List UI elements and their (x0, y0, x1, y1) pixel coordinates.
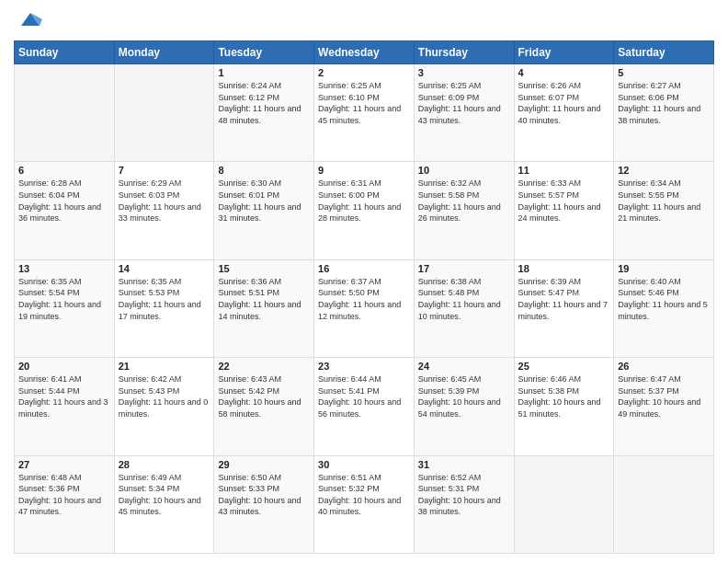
logo (14, 9, 44, 33)
weekday-header-thursday: Thursday (414, 41, 514, 64)
day-number: 25 (518, 361, 610, 372)
day-info: Sunrise: 6:37 AM Sunset: 5:50 PM Dayligh… (318, 276, 410, 322)
weekday-header-monday: Monday (114, 41, 214, 64)
calendar-cell (514, 455, 614, 553)
calendar-cell: 8Sunrise: 6:30 AM Sunset: 6:01 PM Daylig… (214, 162, 314, 259)
day-number: 19 (618, 263, 710, 274)
calendar-cell: 7Sunrise: 6:29 AM Sunset: 6:03 PM Daylig… (114, 162, 214, 259)
day-info: Sunrise: 6:40 AM Sunset: 5:46 PM Dayligh… (618, 276, 710, 322)
day-number: 14 (119, 263, 210, 274)
day-number: 21 (119, 361, 210, 372)
calendar-header-row: SundayMondayTuesdayWednesdayThursdayFrid… (15, 41, 714, 64)
day-info: Sunrise: 6:46 AM Sunset: 5:38 PM Dayligh… (518, 373, 610, 419)
day-number: 12 (618, 165, 710, 176)
day-number: 8 (218, 165, 310, 176)
calendar-cell: 23Sunrise: 6:44 AM Sunset: 5:41 PM Dayli… (314, 358, 415, 455)
day-info: Sunrise: 6:26 AM Sunset: 6:07 PM Dayligh… (518, 80, 610, 126)
day-info: Sunrise: 6:49 AM Sunset: 5:34 PM Dayligh… (119, 472, 210, 518)
day-info: Sunrise: 6:28 AM Sunset: 6:04 PM Dayligh… (18, 178, 110, 224)
day-info: Sunrise: 6:30 AM Sunset: 6:01 PM Dayligh… (218, 178, 310, 224)
day-number: 7 (119, 165, 210, 176)
day-number: 31 (418, 459, 510, 470)
logo-icon (17, 6, 44, 33)
day-info: Sunrise: 6:24 AM Sunset: 6:12 PM Dayligh… (218, 80, 310, 126)
calendar-table: SundayMondayTuesdayWednesdayThursdayFrid… (14, 40, 714, 554)
day-info: Sunrise: 6:42 AM Sunset: 5:43 PM Dayligh… (119, 373, 210, 419)
calendar-cell: 16Sunrise: 6:37 AM Sunset: 5:50 PM Dayli… (314, 259, 415, 357)
day-info: Sunrise: 6:25 AM Sunset: 6:10 PM Dayligh… (318, 80, 410, 126)
calendar-week-row: 20Sunrise: 6:41 AM Sunset: 5:44 PM Dayli… (15, 358, 714, 455)
calendar-cell: 18Sunrise: 6:39 AM Sunset: 5:47 PM Dayli… (514, 259, 614, 357)
day-info: Sunrise: 6:34 AM Sunset: 5:55 PM Dayligh… (618, 178, 710, 224)
calendar-cell: 24Sunrise: 6:45 AM Sunset: 5:39 PM Dayli… (414, 358, 514, 455)
calendar-cell: 25Sunrise: 6:46 AM Sunset: 5:38 PM Dayli… (514, 358, 614, 455)
calendar-cell: 29Sunrise: 6:50 AM Sunset: 5:33 PM Dayli… (214, 455, 314, 553)
day-number: 5 (618, 67, 710, 78)
calendar-cell: 13Sunrise: 6:35 AM Sunset: 5:54 PM Dayli… (15, 259, 115, 357)
day-number: 2 (318, 67, 410, 78)
day-number: 28 (119, 459, 210, 470)
day-number: 6 (18, 165, 110, 176)
day-info: Sunrise: 6:47 AM Sunset: 5:37 PM Dayligh… (618, 373, 710, 419)
day-info: Sunrise: 6:45 AM Sunset: 5:39 PM Dayligh… (418, 373, 510, 419)
calendar-cell: 28Sunrise: 6:49 AM Sunset: 5:34 PM Dayli… (114, 455, 214, 553)
day-info: Sunrise: 6:39 AM Sunset: 5:47 PM Dayligh… (518, 276, 610, 322)
day-number: 9 (318, 165, 410, 176)
calendar-cell: 26Sunrise: 6:47 AM Sunset: 5:37 PM Dayli… (614, 358, 714, 455)
day-number: 29 (218, 459, 310, 470)
day-info: Sunrise: 6:48 AM Sunset: 5:36 PM Dayligh… (18, 472, 110, 518)
calendar-cell: 12Sunrise: 6:34 AM Sunset: 5:55 PM Dayli… (614, 162, 714, 259)
day-number: 27 (18, 459, 110, 470)
weekday-header-wednesday: Wednesday (314, 41, 415, 64)
day-info: Sunrise: 6:43 AM Sunset: 5:42 PM Dayligh… (218, 373, 310, 419)
page: SundayMondayTuesdayWednesdayThursdayFrid… (0, 0, 728, 563)
day-number: 11 (518, 165, 610, 176)
calendar-cell: 21Sunrise: 6:42 AM Sunset: 5:43 PM Dayli… (114, 358, 214, 455)
calendar-week-row: 27Sunrise: 6:48 AM Sunset: 5:36 PM Dayli… (15, 455, 714, 553)
day-number: 16 (318, 263, 410, 274)
day-number: 10 (418, 165, 510, 176)
day-info: Sunrise: 6:36 AM Sunset: 5:51 PM Dayligh… (218, 276, 310, 322)
day-number: 1 (218, 67, 310, 78)
calendar-cell: 1Sunrise: 6:24 AM Sunset: 6:12 PM Daylig… (214, 64, 314, 162)
calendar-cell: 30Sunrise: 6:51 AM Sunset: 5:32 PM Dayli… (314, 455, 415, 553)
day-number: 23 (318, 361, 410, 372)
day-number: 24 (418, 361, 510, 372)
calendar-cell: 27Sunrise: 6:48 AM Sunset: 5:36 PM Dayli… (15, 455, 115, 553)
day-info: Sunrise: 6:52 AM Sunset: 5:31 PM Dayligh… (418, 472, 510, 518)
day-number: 26 (618, 361, 710, 372)
calendar-week-row: 13Sunrise: 6:35 AM Sunset: 5:54 PM Dayli… (15, 259, 714, 357)
calendar-cell: 3Sunrise: 6:25 AM Sunset: 6:09 PM Daylig… (414, 64, 514, 162)
day-number: 13 (18, 263, 110, 274)
calendar-cell: 2Sunrise: 6:25 AM Sunset: 6:10 PM Daylig… (314, 64, 415, 162)
calendar-cell: 15Sunrise: 6:36 AM Sunset: 5:51 PM Dayli… (214, 259, 314, 357)
day-info: Sunrise: 6:44 AM Sunset: 5:41 PM Dayligh… (318, 373, 410, 419)
day-info: Sunrise: 6:29 AM Sunset: 6:03 PM Dayligh… (119, 178, 210, 224)
calendar-cell (614, 455, 714, 553)
calendar-cell: 31Sunrise: 6:52 AM Sunset: 5:31 PM Dayli… (414, 455, 514, 553)
calendar-cell: 10Sunrise: 6:32 AM Sunset: 5:58 PM Dayli… (414, 162, 514, 259)
calendar-cell: 4Sunrise: 6:26 AM Sunset: 6:07 PM Daylig… (514, 64, 614, 162)
calendar-cell: 5Sunrise: 6:27 AM Sunset: 6:06 PM Daylig… (614, 64, 714, 162)
calendar-cell (15, 64, 115, 162)
header (14, 9, 714, 33)
day-number: 4 (518, 67, 610, 78)
day-info: Sunrise: 6:33 AM Sunset: 5:57 PM Dayligh… (518, 178, 610, 224)
day-info: Sunrise: 6:35 AM Sunset: 5:54 PM Dayligh… (18, 276, 110, 322)
calendar-cell: 6Sunrise: 6:28 AM Sunset: 6:04 PM Daylig… (15, 162, 115, 259)
day-number: 18 (518, 263, 610, 274)
weekday-header-saturday: Saturday (614, 41, 714, 64)
calendar-week-row: 6Sunrise: 6:28 AM Sunset: 6:04 PM Daylig… (15, 162, 714, 259)
calendar-cell: 17Sunrise: 6:38 AM Sunset: 5:48 PM Dayli… (414, 259, 514, 357)
day-info: Sunrise: 6:50 AM Sunset: 5:33 PM Dayligh… (218, 472, 310, 518)
day-info: Sunrise: 6:25 AM Sunset: 6:09 PM Dayligh… (418, 80, 510, 126)
weekday-header-tuesday: Tuesday (214, 41, 314, 64)
calendar-cell: 19Sunrise: 6:40 AM Sunset: 5:46 PM Dayli… (614, 259, 714, 357)
calendar-cell: 22Sunrise: 6:43 AM Sunset: 5:42 PM Dayli… (214, 358, 314, 455)
day-info: Sunrise: 6:38 AM Sunset: 5:48 PM Dayligh… (418, 276, 510, 322)
day-info: Sunrise: 6:51 AM Sunset: 5:32 PM Dayligh… (318, 472, 410, 518)
calendar-cell (114, 64, 214, 162)
weekday-header-friday: Friday (514, 41, 614, 64)
day-number: 20 (18, 361, 110, 372)
day-info: Sunrise: 6:41 AM Sunset: 5:44 PM Dayligh… (18, 373, 110, 419)
